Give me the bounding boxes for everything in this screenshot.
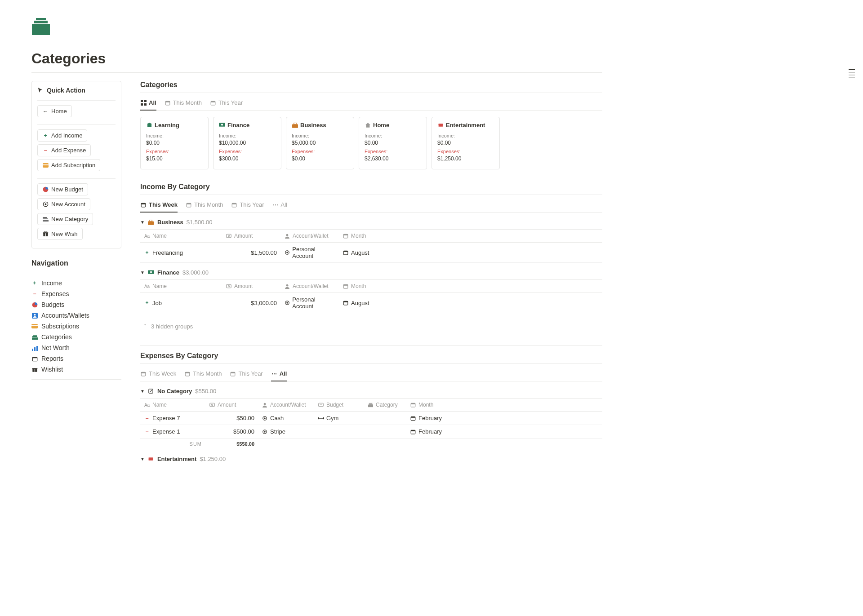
row-account: Personal Account	[292, 246, 335, 259]
pie-icon	[31, 301, 38, 308]
tab-income-all[interactable]: ⋯ All	[272, 201, 287, 213]
tab-income-all-label: All	[281, 201, 287, 208]
tab-income-week[interactable]: This Week	[140, 201, 178, 213]
svg-rect-71	[343, 301, 348, 302]
svg-point-42	[438, 125, 439, 126]
col-amount: Amount	[234, 233, 253, 239]
relation-icon	[318, 402, 324, 408]
col-name: Name	[152, 402, 167, 408]
new-account-button[interactable]: New Account	[37, 198, 90, 210]
number-icon	[226, 283, 232, 289]
category-card[interactable]: Entertainment Income: $0.00 Expenses: $1…	[432, 117, 500, 169]
dumbbell-icon	[318, 415, 324, 421]
target-icon	[262, 429, 268, 435]
svg-rect-41	[438, 124, 443, 127]
new-budget-button[interactable]: New Budget	[37, 183, 88, 195]
svg-rect-22	[34, 347, 36, 351]
income-label: Income:	[292, 133, 348, 138]
nav-item-networth[interactable]: Net Worth	[31, 342, 121, 353]
new-budget-label: New Budget	[51, 186, 83, 193]
svg-rect-31	[141, 103, 143, 106]
svg-rect-20	[32, 337, 38, 340]
svg-point-82	[264, 403, 266, 405]
income-group-header[interactable]: ▼ Business $1,500.00	[140, 219, 602, 226]
table-row[interactable]: +Freelancing $1,500.00 Personal Account …	[140, 243, 602, 263]
nav-divider-bottom	[31, 379, 121, 380]
nav-item-accounts[interactable]: Accounts/Wallets	[31, 310, 121, 321]
svg-rect-73	[141, 372, 146, 373]
col-month: Month	[351, 233, 366, 239]
table-row[interactable]: +Job $3,000.00 Personal Account August	[140, 293, 602, 313]
category-card[interactable]: Home Income: $0.00 Expenses: $2,630.00	[359, 117, 427, 169]
expense-group-header[interactable]: ▼ No Category $550.00	[140, 388, 602, 394]
svg-point-98	[264, 431, 266, 433]
table-row[interactable]: −Expense 1 $500.00 Stripe February	[140, 425, 602, 439]
ticket-icon	[148, 456, 154, 462]
expenses-section-title: Expenses By Category	[140, 352, 602, 360]
svg-rect-96	[411, 417, 415, 417]
page-outline-toggle[interactable]	[849, 69, 855, 78]
row-month: August	[351, 300, 369, 306]
new-category-label: New Category	[51, 216, 88, 222]
nav-item-expenses[interactable]: − Expenses	[31, 288, 121, 299]
person-icon	[284, 283, 290, 289]
minus-icon: −	[31, 291, 38, 297]
svg-line-79	[150, 390, 152, 392]
expense-table: AaName Amount Account/Wallet Budget Cate…	[140, 398, 602, 439]
footer-group-name: Entertainment	[157, 456, 196, 462]
group-total: $1,500.00	[187, 219, 213, 226]
add-subscription-button[interactable]: Add Subscription	[37, 159, 100, 171]
tab-this-month[interactable]: This Month	[165, 99, 202, 111]
category-icon	[146, 122, 152, 129]
calendar-icon	[343, 300, 349, 306]
svg-rect-28	[32, 368, 37, 369]
nav-item-subscriptions[interactable]: Subscriptions	[31, 321, 121, 332]
income-group-header[interactable]: ▼ Finance $3,000.00	[140, 269, 602, 276]
row-name: Job	[152, 300, 162, 306]
nav-item-income[interactable]: + Income	[31, 278, 121, 288]
tab-all[interactable]: All	[140, 99, 156, 111]
nav-item-wishlist[interactable]: Wishlist	[31, 364, 121, 375]
tab-income-year-label: This Year	[240, 201, 264, 208]
row-name: Expense 7	[152, 415, 180, 421]
category-card[interactable]: Business Income: $5,000.00 Expenses: $0.…	[286, 117, 354, 169]
nav-reports-label: Reports	[41, 355, 63, 362]
nav-item-budgets[interactable]: Budgets	[31, 299, 121, 310]
expense-group-entertainment-header[interactable]: ▼ Entertainment $1,250.00	[140, 456, 602, 462]
calendar-icon	[231, 202, 237, 208]
add-income-button[interactable]: + Add Income	[37, 129, 87, 142]
tab-exp-year[interactable]: This Year	[230, 370, 262, 381]
group-icon	[148, 270, 154, 276]
svg-rect-52	[227, 234, 231, 238]
table-row[interactable]: −Expense 7 $50.00 Cash Gym February	[140, 412, 602, 425]
expenses-value: $2,630.00	[365, 155, 421, 162]
home-button[interactable]: ← Home	[37, 105, 72, 117]
category-card[interactable]: Learning Income: $0.00 Expenses: $15.00	[140, 117, 209, 169]
svg-rect-87	[368, 405, 373, 407]
tab-exp-week[interactable]: This Week	[140, 370, 176, 381]
svg-rect-21	[32, 349, 33, 351]
svg-point-58	[286, 252, 288, 253]
tab-exp-month[interactable]: This Month	[184, 370, 222, 381]
new-category-button[interactable]: New Category	[37, 213, 93, 225]
category-card[interactable]: Finance Income: $10,000.00 Expenses: $30…	[213, 117, 281, 169]
tab-this-year[interactable]: This Year	[210, 99, 243, 111]
card-name: Entertainment	[446, 122, 485, 129]
tab-income-month[interactable]: This Month	[186, 201, 223, 213]
income-label: Income:	[437, 133, 494, 138]
add-expense-button[interactable]: − Add Expense	[37, 144, 91, 156]
empty-box-icon	[148, 388, 154, 394]
calendar-icon	[184, 371, 191, 377]
svg-rect-32	[144, 103, 147, 106]
navigation-header: Navigation	[31, 259, 121, 267]
tab-exp-all[interactable]: ⋯ All	[271, 370, 287, 381]
plus-icon: +	[144, 300, 150, 306]
hidden-groups-toggle[interactable]: ˅ 3 hidden groups	[142, 323, 602, 330]
nav-item-reports[interactable]: Reports	[31, 353, 121, 364]
svg-point-43	[442, 125, 443, 126]
tab-income-year[interactable]: This Year	[231, 201, 264, 213]
svg-point-38	[221, 124, 223, 125]
col-amount: Amount	[234, 283, 253, 289]
new-wish-button[interactable]: New Wish	[37, 228, 83, 240]
nav-item-categories[interactable]: Categories	[31, 332, 121, 342]
